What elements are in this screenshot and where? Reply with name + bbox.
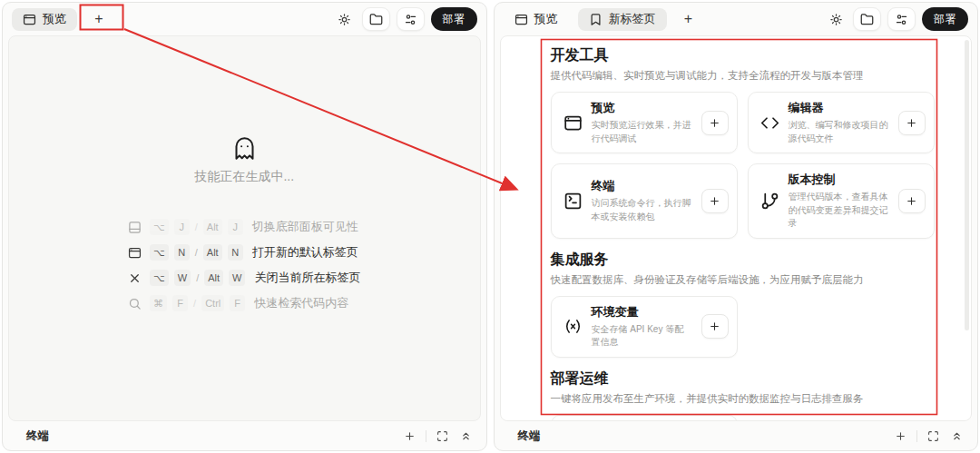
plus-icon <box>709 117 720 129</box>
chevrons-up-icon <box>951 430 963 442</box>
card-text: 编辑器浏览、编写和修改项目的源代码文件 <box>789 100 889 145</box>
card-grid: 环境变量安全存储 API Key 等配置信息 <box>551 296 941 358</box>
maximize-panel-button[interactable] <box>435 428 450 444</box>
tool-card-terminal[interactable]: 终端访问系统命令行，执行脚本或安装依赖包 <box>551 163 738 239</box>
add-tab-button[interactable]: + <box>676 8 701 31</box>
env-icon <box>564 317 583 336</box>
right-tab-bar: 预览新标签页+ <box>504 8 701 31</box>
add-tab-button[interactable]: + <box>86 8 112 31</box>
collapse-panel-button[interactable] <box>949 428 965 444</box>
tool-card-deploy[interactable]: 部署项目一站式部署上线，托管至火山引擎 <box>551 415 738 421</box>
bookmark-icon <box>589 13 603 26</box>
keycap: W <box>229 270 245 286</box>
empty-state-message: 技能正在生成中... <box>194 169 294 185</box>
plus-icon <box>906 195 917 207</box>
deploy-button[interactable]: 部署 <box>922 7 968 31</box>
section-title: 部署运维 <box>551 369 941 389</box>
add-preview-tab-button[interactable] <box>701 111 729 135</box>
git-branch-icon <box>760 192 779 211</box>
right-content: 开发工具提供代码编辑、实时预览与调试能力，支持全流程的开发与版本管理预览实时预览… <box>500 35 973 421</box>
maximize-icon <box>927 430 939 442</box>
shortcut-label: 打开新的默认标签页 <box>252 244 358 261</box>
section-description: 提供代码编辑、实时预览与调试能力，支持全流程的开发与版本管理 <box>551 69 941 83</box>
section-title: 开发工具 <box>551 46 941 65</box>
terminal-label: 终端 <box>518 428 541 444</box>
section-description: 一键将应用发布至生产环境，并提供实时的数据监控与日志排查服务 <box>551 392 941 406</box>
plus-icon <box>404 430 416 442</box>
right-terminal-bar: 终端 <box>495 421 978 450</box>
keycap: J <box>174 219 190 235</box>
sun-icon <box>829 13 843 26</box>
search-icon <box>128 297 142 310</box>
left-panel-header: 预览+ 部署 <box>3 3 486 35</box>
keycap: ⌥ <box>150 270 169 286</box>
add-terminal-button[interactable] <box>893 428 908 444</box>
shortcut-row: ⌘F/CtrlF快速检索代码内容 <box>128 294 348 313</box>
keycap: F <box>172 295 188 311</box>
section: 部署运维一键将应用发布至生产环境，并提供实时的数据监控与日志排查服务部署项目一站… <box>551 369 941 421</box>
right-panel: 预览新标签页+ 部署 开发工具提供代码编辑、实时预览与调试能力，支持全流程的开发… <box>494 2 979 451</box>
card-title: 终端 <box>592 178 692 194</box>
add-version-control-tab-button[interactable] <box>898 189 926 213</box>
plus-icon <box>895 430 906 442</box>
add-env-vars-tab-button[interactable] <box>701 314 729 339</box>
file-manager-button[interactable] <box>362 7 390 31</box>
section: 集成服务快速配置数据库、身份验证及存储等后端设施，为应用赋予底层能力环境变量安全… <box>551 251 941 358</box>
scrollbar[interactable] <box>965 40 969 330</box>
tool-card-version-control[interactable]: 版本控制管理代码版本，查看具体的代码变更差异和提交记录 <box>748 163 935 239</box>
collapse-panel-button[interactable] <box>458 428 474 444</box>
card-description: 浏览、编写和修改项目的源代码文件 <box>789 119 889 145</box>
settings-button[interactable] <box>887 7 916 31</box>
left-terminal-bar: 终端 <box>3 421 486 450</box>
ghost-icon <box>232 136 257 161</box>
card-description: 访问系统命令行，执行脚本或安装依赖包 <box>592 197 692 223</box>
shortcut-row: ⌥W/AltW关闭当前所在标签页 <box>128 269 360 288</box>
app-window-icon <box>128 246 142 260</box>
keycap: W <box>174 270 191 286</box>
tool-card-env-vars[interactable]: 环境变量安全存储 API Key 等配置信息 <box>551 296 738 358</box>
plus-icon <box>906 117 917 129</box>
add-terminal-tab-button[interactable] <box>701 189 729 213</box>
folder-icon <box>860 13 874 26</box>
file-manager-button[interactable] <box>853 7 881 31</box>
left-content: 技能正在生成中... ⌥J/AltJ切换底部面板可见性⌥N/AltN打开新的默认… <box>8 35 481 421</box>
workspace: 预览+ 部署 技能正在生成中... ⌥J/AltJ切换底部面板可见性⌥N/Alt… <box>0 0 980 453</box>
terminal-label: 终端 <box>26 428 49 444</box>
card-description: 管理代码版本，查看具体的代码变更差异和提交记录 <box>789 191 889 231</box>
card-title: 环境变量 <box>592 304 692 320</box>
shortcut-label: 关闭当前所在标签页 <box>254 270 360 286</box>
keycap: F <box>230 295 245 311</box>
theme-toggle-button[interactable] <box>334 8 356 30</box>
tab-preview[interactable]: 预览 <box>504 8 569 31</box>
sliders-icon <box>895 13 908 26</box>
keycap: Alt <box>204 270 223 286</box>
empty-state: 技能正在生成中... ⌥J/AltJ切换底部面板可见性⌥N/AltN打开新的默认… <box>9 36 480 316</box>
add-editor-tab-button[interactable] <box>898 111 926 135</box>
tool-card-preview[interactable]: 预览实时预览运行效果，并进行代码调试 <box>551 92 738 153</box>
settings-button[interactable] <box>397 7 425 31</box>
maximize-panel-button[interactable] <box>926 428 941 444</box>
right-header-actions: 部署 <box>825 7 968 31</box>
code-icon <box>760 113 779 133</box>
keycap: ⌥ <box>150 219 169 235</box>
card-title: 版本控制 <box>789 172 889 188</box>
app-window-icon <box>514 13 528 26</box>
tab-label: 预览 <box>43 11 66 27</box>
theme-toggle-button[interactable] <box>825 8 847 30</box>
divider <box>916 430 917 442</box>
section: 开发工具提供代码编辑、实时预览与调试能力，支持全流程的开发与版本管理预览实时预览… <box>551 46 941 239</box>
folder-icon <box>369 13 383 26</box>
keys-separator: / <box>195 247 198 258</box>
tab-label: 预览 <box>534 11 558 27</box>
tab-preview[interactable]: 预览 <box>12 8 77 31</box>
sliders-icon <box>404 13 417 26</box>
chevrons-up-icon <box>460 430 472 442</box>
deploy-button[interactable]: 部署 <box>431 7 477 31</box>
tool-card-editor[interactable]: 编辑器浏览、编写和修改项目的源代码文件 <box>748 92 935 153</box>
tab-new-tab[interactable]: 新标签页 <box>578 8 667 31</box>
add-terminal-button[interactable] <box>402 428 417 444</box>
section-description: 快速配置数据库、身份验证及存储等后端设施，为应用赋予底层能力 <box>551 273 941 287</box>
left-header-actions: 部署 <box>334 7 477 31</box>
right-terminal-actions <box>893 428 965 444</box>
keycap: Alt <box>203 219 222 235</box>
